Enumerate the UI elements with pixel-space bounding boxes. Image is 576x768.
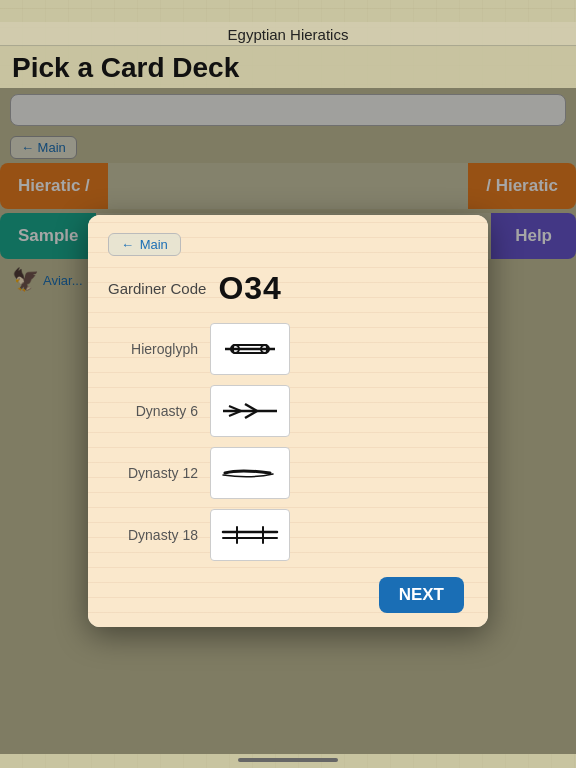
glyph-section: Hieroglyph Dy bbox=[108, 323, 468, 561]
modal-overlay: ← Main Gardiner Code O34 Hieroglyph bbox=[0, 88, 576, 754]
gardiner-code: O34 bbox=[218, 270, 281, 307]
glyph-label-dynasty12: Dynasty 12 bbox=[108, 465, 198, 481]
glyph-box-dynasty6 bbox=[210, 385, 290, 437]
next-label: NEXT bbox=[399, 585, 444, 604]
glyph-row-dynasty6: Dynasty 6 bbox=[108, 385, 468, 437]
glyph-label-dynasty6: Dynasty 6 bbox=[108, 403, 198, 419]
app-title: Egyptian Hieratics bbox=[228, 26, 349, 43]
next-button[interactable]: NEXT bbox=[379, 577, 464, 613]
glyph-row-dynasty18: Dynasty 18 bbox=[108, 509, 468, 561]
gardiner-row: Gardiner Code O34 bbox=[108, 270, 468, 307]
glyph-row-dynasty12: Dynasty 12 bbox=[108, 447, 468, 499]
modal-back-button[interactable]: ← Main bbox=[108, 233, 181, 256]
modal-footer: NEXT bbox=[108, 577, 468, 613]
home-indicator bbox=[238, 758, 338, 762]
gardiner-label: Gardiner Code bbox=[108, 280, 206, 297]
glyph-label-hieroglyph: Hieroglyph bbox=[108, 341, 198, 357]
glyph-row-hieroglyph: Hieroglyph bbox=[108, 323, 468, 375]
glyph-box-dynasty12 bbox=[210, 447, 290, 499]
glyph-box-hieroglyph bbox=[210, 323, 290, 375]
glyph-box-dynasty18 bbox=[210, 509, 290, 561]
modal-back-label: Main bbox=[140, 237, 168, 252]
page-title: Pick a Card Deck bbox=[0, 46, 576, 88]
glyph-label-dynasty18: Dynasty 18 bbox=[108, 527, 198, 543]
app-header: Egyptian Hieratics bbox=[0, 22, 576, 46]
modal-card: ← Main Gardiner Code O34 Hieroglyph bbox=[88, 215, 488, 627]
